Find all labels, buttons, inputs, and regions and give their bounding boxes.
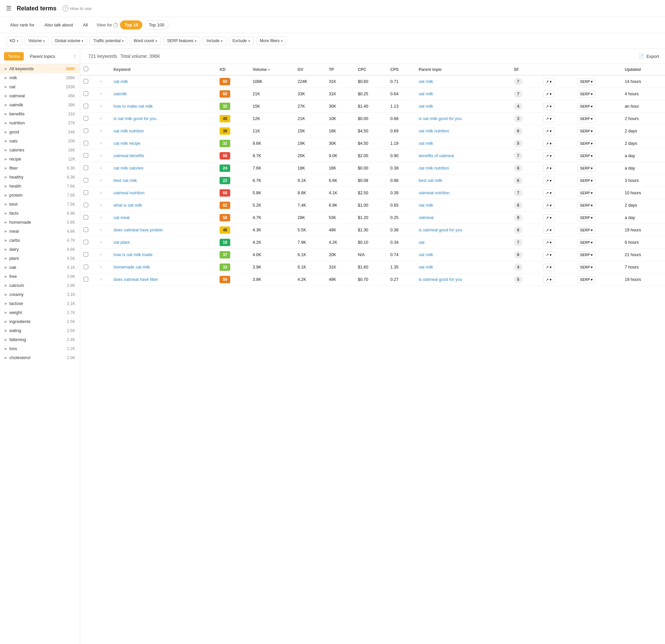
row-checkbox[interactable] (83, 153, 88, 158)
row-keyword[interactable]: does oatmeal have fiber (110, 274, 216, 286)
row-checkbox[interactable] (83, 79, 88, 84)
keyword-link[interactable]: oatmilk (114, 91, 127, 97)
row-parent-topic[interactable]: oat milk (415, 75, 511, 88)
row-trend[interactable]: ↗ ▾ (540, 224, 574, 236)
parent-topic-link[interactable]: oat milk (419, 203, 433, 208)
row-checkbox-cell[interactable] (80, 224, 92, 236)
row-parent-topic[interactable]: oatmeal (415, 211, 511, 224)
sidebar-item[interactable]: ▶ dairy 4.6K (0, 245, 80, 254)
row-checkbox-cell[interactable] (80, 150, 92, 162)
serp-button[interactable]: SERP ▾ (577, 140, 596, 147)
keyword-link[interactable]: oat meal (114, 215, 130, 220)
serp-button[interactable]: SERP ▾ (577, 152, 596, 160)
row-keyword[interactable]: is oat milk good for you (110, 113, 216, 125)
row-parent-topic[interactable]: oat milk nutrition (415, 162, 511, 174)
serp-button[interactable]: SERP ▾ (577, 227, 596, 234)
menu-icon[interactable]: ☰ (6, 5, 11, 12)
sidebar-item[interactable]: ▶ cholesterol 2.0K (0, 353, 80, 362)
select-all-checkbox[interactable] (83, 67, 88, 71)
row-parent-topic[interactable]: oat milk (415, 199, 511, 211)
trend-button[interactable]: ↗ ▾ (543, 202, 554, 209)
sidebar-item[interactable]: ▶ fattening 2.4K (0, 335, 80, 344)
sidebar-item[interactable]: ▶ healthy 8.3K (0, 172, 80, 182)
row-add-btn[interactable]: + (92, 75, 110, 88)
sidebar-item[interactable]: ▶ health 7.6K (0, 182, 80, 190)
keyword-link[interactable]: oat milk calories (114, 166, 144, 171)
trend-button[interactable]: ↗ ▾ (543, 177, 554, 184)
keyword-link[interactable]: homemade oat milk (114, 264, 150, 270)
row-parent-topic[interactable]: benefits of oatmeal (415, 150, 511, 162)
keyword-link[interactable]: oat milk nutrition (114, 128, 144, 134)
row-serp[interactable]: SERP ▾ (574, 211, 622, 224)
sidebar-item[interactable]: ▶ fiber 9.3K (0, 164, 80, 172)
sidebar-item[interactable]: ▶ good 24K (0, 127, 80, 136)
serp-button[interactable]: SERP ▾ (577, 202, 596, 209)
sidebar-item[interactable]: ▶ ingredients 2.5K (0, 317, 80, 326)
sidebar-item[interactable]: ▶ best 7.5K (0, 200, 80, 209)
row-keyword[interactable]: oat milk nutrition (110, 125, 216, 137)
row-add-btn[interactable]: + (92, 100, 110, 113)
row-checkbox-cell[interactable] (80, 261, 92, 274)
serp-button[interactable]: SERP ▾ (577, 78, 596, 85)
keyword-link[interactable]: best oat milk (114, 178, 137, 183)
row-add-btn[interactable]: + (92, 174, 110, 187)
row-add-btn[interactable]: + (92, 162, 110, 174)
export-btn[interactable]: 📄 Export (639, 54, 659, 59)
col-header-kd[interactable]: KD (216, 64, 249, 75)
row-keyword[interactable]: oat milk recipe (110, 137, 216, 150)
keyword-link[interactable]: does oatmeal have protein (114, 227, 163, 233)
row-add-btn[interactable]: + (92, 274, 110, 286)
parent-topic-link[interactable]: oat milk (419, 91, 433, 97)
row-trend[interactable]: ↗ ▾ (540, 125, 574, 137)
row-add-btn[interactable]: + (92, 236, 110, 249)
row-serp[interactable]: SERP ▾ (574, 88, 622, 100)
col-header-parent-topic[interactable]: Parent topic (415, 64, 511, 75)
serp-button[interactable]: SERP ▾ (577, 115, 596, 122)
trend-button[interactable]: ↗ ▾ (543, 152, 554, 160)
tab-top-10[interactable]: Top 10 (120, 20, 142, 30)
row-checkbox-cell[interactable] (80, 100, 92, 113)
row-serp[interactable]: SERP ▾ (574, 150, 622, 162)
sidebar-item[interactable]: ▶ homemade 5.6K (0, 218, 80, 227)
trend-button[interactable]: ↗ ▾ (543, 264, 554, 271)
row-keyword[interactable]: oatmeal nutrition (110, 187, 216, 199)
row-serp[interactable]: SERP ▾ (574, 249, 622, 261)
row-keyword[interactable]: oatmeal benefits (110, 150, 216, 162)
row-keyword[interactable]: does oatmeal have protein (110, 224, 216, 236)
row-parent-topic[interactable]: is oat milk good for you (415, 113, 511, 125)
parent-topic-link[interactable]: oat milk (419, 252, 433, 257)
row-trend[interactable]: ↗ ▾ (540, 75, 574, 88)
parent-topic-link[interactable]: is oatmeal good for you (419, 227, 462, 233)
sidebar-item[interactable]: ▶ oatmeal 45K (0, 91, 80, 100)
sidebar-item[interactable]: ▶ calcium 3.9K (0, 281, 80, 290)
collapse-btn[interactable]: 《 (71, 54, 76, 59)
row-trend[interactable]: ↗ ▾ (540, 150, 574, 162)
row-checkbox[interactable] (83, 128, 88, 133)
parent-topic-link[interactable]: oat (419, 240, 424, 245)
filter-global-volume[interactable]: Global volume ▾ (51, 36, 87, 45)
parent-topic-link[interactable]: oat milk (419, 141, 433, 146)
sidebar-item[interactable]: ▶ nutrition 27K (0, 118, 80, 127)
sidebar-item[interactable]: ▶ oats 20K (0, 136, 80, 145)
sidebar-item[interactable]: ▶ lactose 3.1K (0, 299, 80, 308)
row-checkbox-cell[interactable] (80, 125, 92, 137)
row-parent-topic[interactable]: oat milk (415, 261, 511, 274)
keyword-link[interactable]: oatmeal benefits (114, 153, 144, 159)
tab-parent-topics[interactable]: Parent topics (26, 52, 59, 60)
sidebar-item[interactable]: ▶ All keywords 396K (0, 64, 80, 73)
row-add-btn[interactable]: + (92, 199, 110, 211)
sidebar-item[interactable]: ▶ plant 4.5K (0, 254, 80, 263)
parent-topic-link[interactable]: oat milk nutrition (419, 128, 449, 134)
parent-topic-link[interactable]: oat milk nutrition (419, 166, 449, 171)
col-header-gv[interactable]: GV (294, 64, 325, 75)
row-keyword[interactable]: oatmilk (110, 88, 216, 100)
filter-traffic-potential[interactable]: Traffic potential ▾ (90, 36, 127, 45)
keyword-link[interactable]: does oatmeal have fiber (114, 277, 158, 282)
parent-topic-link[interactable]: oat milk (419, 264, 433, 270)
row-keyword[interactable]: oat milk (110, 75, 216, 88)
trend-button[interactable]: ↗ ▾ (543, 140, 554, 147)
row-add-btn[interactable]: + (92, 187, 110, 199)
trend-button[interactable]: ↗ ▾ (543, 115, 554, 122)
row-keyword[interactable]: homemade oat milk (110, 261, 216, 274)
row-add-btn[interactable]: + (92, 261, 110, 274)
